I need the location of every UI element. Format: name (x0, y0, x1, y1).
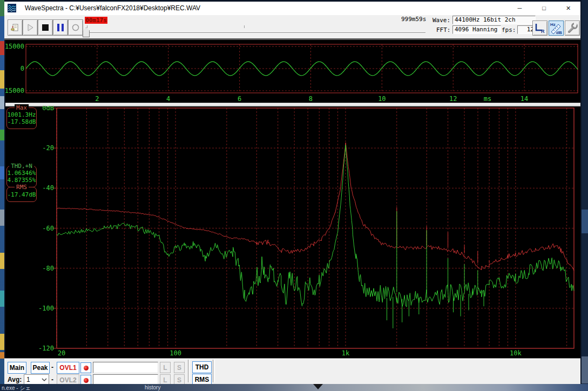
waveform-display: 150000-150002468101214ms (5, 40, 580, 103)
wrench-icon (565, 21, 579, 35)
record-icon (71, 23, 80, 32)
ovl1-button[interactable]: OVL1 (57, 362, 79, 374)
axis-tick-label: 100 (170, 349, 181, 357)
desktop-icon-fragment (0, 291, 4, 307)
axis-tick-label: 8 (309, 95, 313, 103)
fps-label: fps: (502, 26, 516, 33)
window-title: WaveSpectra - C:¥Users¥falconFX2018¥Desk… (25, 4, 200, 12)
axis-tick-label: -20 (42, 144, 54, 152)
rms-value: -17.47dB (6, 191, 37, 198)
desktop-right-edge (582, 0, 588, 391)
open-file-icon (10, 23, 20, 32)
fft-label: FFT: (436, 26, 451, 33)
lr-icon: R (533, 21, 547, 35)
desktop-icon-fragment (0, 334, 4, 350)
slider-tick (87, 25, 87, 28)
spectrum-display: 0dB-20-40-60-80-100-120201001k10k (5, 106, 580, 358)
stop-button[interactable] (38, 19, 53, 36)
thd-value-1: 1.06346% (6, 170, 37, 177)
axis-tick-label: ms (484, 95, 491, 103)
axis-tick-label: 20 (58, 349, 65, 357)
ovl1-led (84, 366, 89, 370)
axis-tick-label: -80 (42, 265, 54, 272)
position-slider-track[interactable] (86, 32, 425, 33)
dash-separator: - (51, 363, 53, 371)
wave-format-field: 44100Hz 16bit 2ch (452, 16, 536, 24)
thd-button[interactable]: THD (192, 361, 212, 373)
desktop-bottom-shape (313, 384, 323, 389)
channel-lr-button[interactable]: R (532, 21, 548, 36)
open-file-button[interactable] (8, 19, 23, 36)
main-button[interactable]: Main (8, 362, 26, 374)
spectrum-trace-left (57, 143, 574, 271)
total-time-readout: 999m59s (401, 16, 426, 23)
axis-tick-label: -60 (42, 225, 54, 232)
max-readout: Max 1001.3Hz -17.58dB (6, 104, 37, 129)
record-button[interactable] (68, 19, 83, 36)
desktop-icon-fragment (0, 253, 4, 269)
peak-button[interactable]: Peak (31, 362, 50, 374)
fft-setting-field: 4096 Hanning (452, 25, 501, 34)
axis-tick-label: -15000 (5, 87, 24, 95)
close-button[interactable]: ✕ (556, 2, 580, 15)
title-bar[interactable]: WaveSpectra - C:¥Users¥falconFX2018¥Desk… (4, 2, 580, 16)
spectrum-trace-right (57, 145, 574, 328)
desktop-icon-fragment (0, 70, 4, 89)
pause-icon (57, 24, 64, 31)
axis-tick-label: 6 (238, 95, 241, 103)
avg-value: 1 (26, 376, 30, 383)
desktop-icon-fragment (0, 0, 4, 16)
ovl2-led (84, 378, 89, 383)
desktop-icon-fragment (0, 130, 4, 140)
thd-value-2: 4.87355% (6, 177, 37, 184)
minimize-button[interactable]: ─ (508, 2, 532, 15)
hz-db-ruler-icon: Hz dB (549, 21, 563, 35)
axis-tick-label: 15000 (5, 43, 24, 50)
toolbar-groove (188, 360, 190, 382)
maximize-button[interactable]: □ (532, 2, 556, 15)
axis-tick-label: 4 (166, 95, 170, 103)
wave-label: Wave: (432, 17, 450, 24)
ovl1-led-button[interactable] (80, 362, 91, 373)
desktop-icon-fragment (0, 352, 4, 359)
taskbar-text-fragment: history (145, 385, 160, 390)
desktop-icon-fragment (0, 96, 4, 109)
rms-readout: RMS -17.47dB (6, 184, 37, 202)
avg-label: Avg: (8, 376, 22, 383)
chevron-down-icon (42, 378, 47, 382)
axis-tick-label: -40 (42, 184, 54, 192)
slider-tick (244, 25, 245, 28)
ovl1-l-button[interactable]: L (160, 362, 171, 373)
app-icon (8, 4, 16, 12)
axis-tick-label: 1k (342, 349, 350, 357)
pause-button[interactable] (53, 19, 68, 36)
desktop-icon-fragment (0, 166, 4, 179)
axis-tick-label: 0dB (42, 106, 54, 112)
axis-tick-label: 0 (21, 65, 24, 72)
max-level-value: -17.58dB (6, 118, 37, 125)
max-frequency-value: 1001.3Hz (6, 111, 37, 118)
axis-tick-label: -120 (38, 345, 54, 352)
screen: { "window": { "title": "WaveSpectra - C:… (0, 0, 588, 391)
svg-text:Hz: Hz (550, 22, 556, 27)
axis-tick-label: -100 (38, 305, 54, 312)
dash-separator: - (51, 376, 53, 383)
desktop-left-edge (0, 0, 4, 391)
axis-tick-label: 10 (378, 95, 386, 103)
stop-icon (42, 24, 49, 31)
axis-tick-label: 10k (510, 349, 522, 357)
max-readout-label: Max (15, 104, 29, 111)
desktop-icon-fragment (0, 210, 4, 226)
settings-wrench-button[interactable] (565, 21, 580, 36)
play-button[interactable] (23, 19, 38, 36)
svg-text:dB: dB (556, 30, 562, 35)
hz-db-scale-button[interactable]: Hz dB (549, 21, 564, 36)
desktop-bottom-strip (0, 384, 588, 391)
ovl1-s-button[interactable]: S (174, 362, 185, 373)
axis-tick-label: 12 (449, 95, 457, 103)
desktop-right-fragment (582, 356, 588, 383)
thd-readout-label: THD,+N (9, 163, 34, 170)
play-icon (26, 23, 35, 32)
rms-readout-label: RMS (15, 184, 29, 191)
ovl1-text-input[interactable] (93, 362, 158, 373)
